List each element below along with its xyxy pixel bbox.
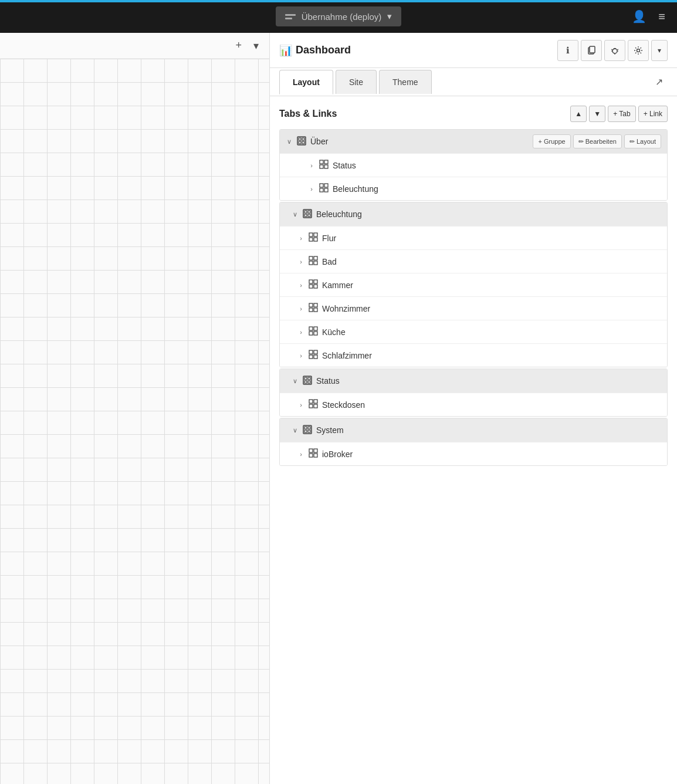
header-dropdown-button[interactable]: ▾ (651, 40, 668, 61)
add-tab-button[interactable]: + Tab (608, 106, 635, 122)
tree-row-steckdosen[interactable]: › Steckdosen (280, 393, 667, 416)
tree-row-wohnzimmer[interactable]: › Wohnzimmer (280, 296, 667, 320)
tab-site[interactable]: Site (336, 70, 377, 94)
svg-rect-50 (314, 355, 317, 359)
svg-rect-12 (299, 141, 301, 144)
info-button[interactable]: ℹ (557, 40, 578, 61)
chevron-iobroker: › (297, 451, 304, 458)
svg-rect-30 (314, 238, 317, 241)
group-header-beleuchtung[interactable]: ∨ Beleuchtung (280, 202, 667, 226)
chevron-kammer: › (297, 282, 304, 289)
chevron-status-1: › (308, 162, 315, 169)
uber-inline-actions: + Gruppe ✏ Bearbeiten ✏ Layout (533, 134, 661, 148)
dashboard-title-area: 📊 Dashboard (279, 44, 553, 57)
svg-rect-52 (304, 377, 307, 380)
copy-button[interactable] (581, 40, 602, 61)
svg-point-8 (637, 49, 640, 52)
svg-point-2 (612, 49, 617, 53)
svg-rect-48 (314, 350, 317, 354)
svg-rect-46 (314, 332, 317, 335)
svg-rect-15 (324, 160, 328, 164)
tree-group-beleuchtung: ∨ Beleuchtung (279, 202, 668, 367)
menu-icon-button[interactable]: ≡ (658, 10, 665, 23)
group-header-uber[interactable]: ∨ Über + Gruppe (280, 130, 667, 153)
tab-layout[interactable]: Layout (279, 70, 333, 94)
label-status-1: Status (333, 161, 661, 170)
chevron-flur: › (297, 235, 304, 242)
add-widget-button[interactable]: + (232, 38, 245, 53)
label-iobroker: ioBroker (322, 450, 661, 459)
label-wohnzimmer: Wohnzimmer (322, 304, 661, 313)
grid-chevron-button[interactable]: ▾ (250, 38, 262, 53)
grid-icon-beleuchtung-1 (319, 183, 329, 195)
svg-rect-38 (314, 285, 317, 288)
svg-rect-61 (304, 427, 307, 429)
label-flur: Flur (322, 234, 661, 243)
tree-row-flur[interactable]: › Flur (280, 226, 667, 249)
chevron-status: ∨ (292, 377, 299, 385)
label-kueche: Küche (322, 327, 661, 337)
bearbeiten-button[interactable]: ✏ Bearbeiten (573, 134, 622, 148)
grid-icon-wohnzimmer (308, 302, 319, 315)
deploy-chevron: ▾ (387, 11, 392, 22)
deploy-button[interactable]: Übernahme (deploy) ▾ (276, 6, 402, 26)
svg-rect-14 (320, 160, 323, 164)
svg-rect-63 (304, 430, 307, 432)
svg-rect-33 (309, 261, 313, 265)
svg-rect-34 (314, 261, 317, 265)
svg-rect-26 (308, 214, 310, 217)
svg-rect-54 (304, 381, 307, 383)
tab-theme[interactable]: Theme (379, 70, 432, 94)
user-icon-button[interactable]: 👤 (632, 9, 646, 23)
move-up-button[interactable]: ▲ (570, 106, 587, 122)
header-actions: ℹ (557, 40, 668, 61)
deploy-icon (285, 14, 296, 19)
tree-row-kueche[interactable]: › Küche (280, 320, 667, 343)
svg-rect-55 (308, 381, 310, 383)
tree-row-schlafzimmer[interactable]: › Schlafzimmer (280, 343, 667, 367)
svg-rect-13 (302, 141, 304, 144)
group-label-beleuchtung: Beleuchtung (316, 209, 661, 219)
svg-rect-41 (309, 308, 313, 312)
chevron-uber: ∨ (286, 138, 293, 146)
dashboard-chart-icon: 📊 (279, 44, 292, 57)
svg-rect-19 (324, 184, 328, 187)
svg-rect-53 (308, 377, 310, 380)
tree-row-kammer[interactable]: › Kammer (280, 273, 667, 296)
svg-rect-28 (314, 233, 317, 236)
add-gruppe-button[interactable]: + Gruppe (533, 134, 570, 148)
gear-icon (634, 46, 643, 55)
section-actions: ▲ ▼ + Tab + Link (570, 106, 668, 122)
layout-button[interactable]: ✏ Layout (624, 134, 661, 148)
content-area: Tabs & Links ▲ ▼ + Tab + Link ∨ (270, 96, 677, 784)
svg-rect-32 (314, 256, 317, 260)
grid-panel: + ▾ (0, 33, 270, 784)
svg-rect-45 (309, 332, 313, 335)
tree-row-beleuchtung-1[interactable]: › Beleuchtung (280, 177, 667, 200)
group-header-system[interactable]: ∨ System (280, 418, 667, 442)
svg-rect-56 (309, 400, 313, 403)
grid-icon-iobroker (308, 448, 319, 460)
layout-icon-uber (296, 136, 307, 148)
bug-button[interactable] (604, 40, 625, 61)
tab-external-button[interactable]: ↗ (651, 72, 668, 92)
add-link-button[interactable]: + Link (638, 106, 668, 122)
svg-rect-44 (314, 327, 317, 330)
grid-icon-flur (308, 232, 319, 244)
chevron-schlafzimmer: › (297, 352, 304, 359)
svg-rect-16 (320, 165, 323, 168)
group-header-status[interactable]: ∨ Status (280, 369, 667, 393)
copy-icon (587, 46, 596, 55)
tree-group-system: ∨ System (279, 418, 668, 466)
move-down-button[interactable]: ▼ (589, 106, 605, 122)
bug-icon (610, 46, 620, 55)
tree-row-iobroker[interactable]: › ioBroker (280, 442, 667, 465)
dashboard-title: Dashboard (296, 44, 351, 56)
settings-button[interactable] (628, 40, 649, 61)
tree-row-bad[interactable]: › Bad (280, 249, 667, 273)
tree-group-uber: ∨ Über + Gruppe (279, 129, 668, 201)
grid-icon-kueche (308, 326, 319, 338)
deploy-label: Übernahme (deploy) (302, 12, 382, 22)
tree-row-status-1[interactable]: › Status (280, 153, 667, 177)
chevron-beleuchtung: ∨ (292, 211, 299, 218)
